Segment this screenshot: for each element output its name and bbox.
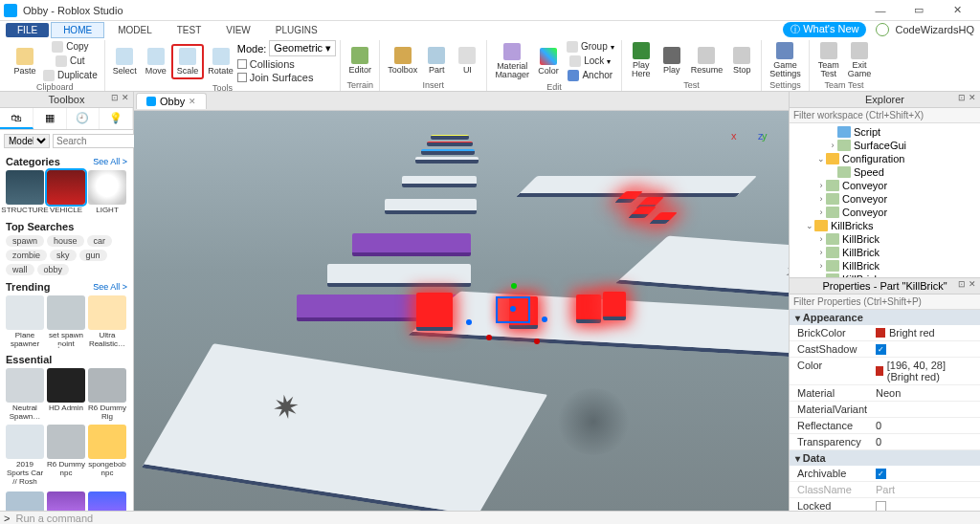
search-tag[interactable]: car bbox=[87, 235, 113, 247]
search-tag[interactable]: gun bbox=[79, 250, 107, 261]
viewport-3d[interactable]: ✷ ✷ bbox=[134, 111, 789, 511]
trending-item[interactable]: Ultra Realistic… bbox=[88, 295, 126, 349]
close-tab-icon[interactable]: ✕ bbox=[189, 97, 196, 106]
asset-item[interactable] bbox=[6, 491, 44, 511]
tree-node[interactable]: ⌄KillBricks bbox=[790, 219, 980, 232]
toolbox-tab-recent[interactable]: 🕘 bbox=[67, 108, 100, 129]
essential-item[interactable]: R6 Dummy Rig bbox=[88, 368, 126, 422]
group-button[interactable]: Group▾ bbox=[564, 40, 617, 54]
tree-node[interactable]: ›KillBrick bbox=[790, 246, 980, 259]
search-tag[interactable]: house bbox=[47, 235, 84, 247]
tree-node[interactable]: ›SurfaceGui bbox=[790, 139, 980, 152]
file-tab[interactable]: FILE bbox=[6, 23, 49, 37]
essential-item[interactable]: 2019 Sports Car // Rosh bbox=[6, 425, 44, 486]
toolbox-button[interactable]: Toolbox bbox=[384, 45, 421, 76]
part-button[interactable]: Part bbox=[421, 45, 452, 76]
view-tab[interactable]: VIEW bbox=[214, 23, 262, 37]
color-button[interactable]: Color bbox=[533, 46, 564, 77]
tree-node[interactable]: ›Conveyor bbox=[790, 192, 980, 206]
lock-button[interactable]: Lock▾ bbox=[564, 55, 617, 68]
category-structure[interactable]: STRUCTURE bbox=[6, 170, 44, 215]
prop-reflectance[interactable]: Reflectance0 bbox=[790, 418, 980, 434]
asset-item[interactable] bbox=[47, 491, 85, 511]
essential-item[interactable]: spongebob npc bbox=[88, 425, 126, 486]
paste-button[interactable]: Paste bbox=[10, 46, 40, 77]
share-icon[interactable] bbox=[876, 23, 889, 36]
prop-material[interactable]: MaterialNeon bbox=[790, 385, 980, 402]
tree-node[interactable]: ›KillBrick bbox=[790, 259, 980, 273]
duplicate-button[interactable]: Duplicate bbox=[40, 69, 100, 82]
team-test-button[interactable]: Team Test bbox=[813, 40, 844, 80]
ui-button[interactable]: UI bbox=[452, 45, 482, 76]
mode-dropdown[interactable]: Geometric▾ bbox=[269, 40, 336, 56]
category-vehicle[interactable]: VEHICLE bbox=[47, 170, 85, 215]
toolbox-tab-creations[interactable]: 💡 bbox=[100, 108, 133, 129]
asset-item[interactable] bbox=[88, 491, 126, 511]
prop-materialvariant[interactable]: MaterialVariant bbox=[790, 402, 980, 418]
prop-castshadow[interactable]: CastShadow✓ bbox=[790, 341, 980, 358]
maximize-button[interactable]: ▭ bbox=[900, 4, 938, 16]
essential-item[interactable]: HDHD Admin bbox=[47, 368, 85, 422]
anchor-button[interactable]: Anchor bbox=[564, 69, 617, 82]
prop-locked[interactable]: Locked bbox=[790, 498, 980, 511]
explorer-tree[interactable]: Script›SurfaceGui⌄ConfigurationSpeed›Con… bbox=[790, 123, 980, 277]
tree-node[interactable]: ›Conveyor bbox=[790, 206, 980, 219]
essential-item[interactable]: R6 Dummy npc bbox=[47, 425, 85, 486]
home-tab[interactable]: HOME bbox=[51, 22, 104, 38]
data-group[interactable]: ▾ Data bbox=[790, 450, 980, 466]
prop-transparency[interactable]: Transparency0 bbox=[790, 434, 980, 450]
categories-seeall[interactable]: See All > bbox=[93, 157, 127, 166]
toolbox-close-icon[interactable]: ⊡ ✕ bbox=[111, 93, 129, 102]
search-tag[interactable]: sky bbox=[50, 250, 77, 261]
search-tag[interactable]: spawn bbox=[6, 235, 44, 247]
toolbox-tab-inventory[interactable]: ▦ bbox=[33, 108, 67, 129]
appearance-group[interactable]: ▾ Appearance bbox=[790, 310, 980, 325]
user-label[interactable]: CodeWizardsHQ bbox=[895, 24, 974, 35]
properties-pin-icon[interactable]: ⊡ ✕ bbox=[958, 279, 976, 289]
category-light[interactable]: LIGHT bbox=[88, 170, 126, 215]
play-button[interactable]: Play bbox=[657, 45, 687, 76]
doc-tab-obby[interactable]: Obby✕ bbox=[136, 93, 207, 109]
model-tab[interactable]: MODEL bbox=[106, 23, 164, 37]
minimize-button[interactable]: — bbox=[861, 5, 900, 16]
cut-button[interactable]: Cut bbox=[40, 55, 100, 68]
rotate-button[interactable]: Rotate bbox=[204, 46, 237, 77]
essential-item[interactable]: Neutral Spawn… bbox=[6, 368, 44, 422]
whats-new-button[interactable]: ⓘ What's New bbox=[783, 22, 866, 37]
properties-filter-input[interactable] bbox=[790, 295, 980, 310]
tree-node[interactable]: ›Conveyor bbox=[790, 179, 980, 192]
select-button[interactable]: Select bbox=[109, 46, 141, 77]
command-bar[interactable]: > Run a command bbox=[0, 511, 980, 524]
explorer-filter-input[interactable] bbox=[790, 108, 980, 123]
search-tag[interactable]: wall bbox=[6, 264, 34, 275]
tree-node[interactable]: ⌄Configuration bbox=[790, 152, 980, 165]
stop-button[interactable]: Stop bbox=[726, 45, 757, 76]
toolbox-tab-marketplace[interactable]: 🛍 bbox=[0, 108, 33, 129]
move-button[interactable]: Move bbox=[141, 46, 171, 77]
explorer-pin-icon[interactable]: ⊡ ✕ bbox=[958, 93, 976, 102]
close-button[interactable]: ✕ bbox=[938, 4, 976, 16]
trending-item[interactable]: Plane spawner bbox=[6, 295, 44, 349]
game-settings-button[interactable]: Game Settings bbox=[766, 40, 805, 80]
resume-button[interactable]: Resume bbox=[687, 45, 727, 76]
scale-button[interactable]: Scale bbox=[171, 44, 205, 79]
join-surfaces-check[interactable]: Join Surfaces bbox=[237, 72, 337, 83]
toolbox-category-select[interactable]: Models bbox=[4, 134, 50, 148]
search-tag[interactable]: obby bbox=[37, 264, 70, 275]
tree-node[interactable]: Script bbox=[790, 125, 980, 139]
copy-button[interactable]: Copy bbox=[40, 40, 100, 54]
play-here-button[interactable]: Play Here bbox=[626, 40, 657, 80]
exit-game-button[interactable]: Exit Game bbox=[844, 40, 876, 80]
trending-seeall[interactable]: See All > bbox=[93, 282, 127, 292]
tree-node[interactable]: ›KillBrick bbox=[790, 232, 980, 246]
editor-button[interactable]: Editor bbox=[345, 45, 375, 76]
prop-brickcolor[interactable]: BrickColorBright red bbox=[790, 325, 980, 341]
prop-color[interactable]: Color[196, 40, 28] (Bright red) bbox=[790, 358, 980, 385]
material-manager-button[interactable]: Material Manager bbox=[491, 41, 533, 81]
prop-archivable[interactable]: Archivable✓ bbox=[790, 466, 980, 482]
axis-gizmo[interactable]: x y z bbox=[722, 130, 769, 178]
tree-node[interactable]: Speed bbox=[790, 165, 980, 179]
search-tag[interactable]: zombie bbox=[6, 250, 47, 261]
trending-item[interactable]: set spawn point bbox=[47, 295, 85, 349]
test-tab[interactable]: TEST bbox=[166, 23, 213, 37]
